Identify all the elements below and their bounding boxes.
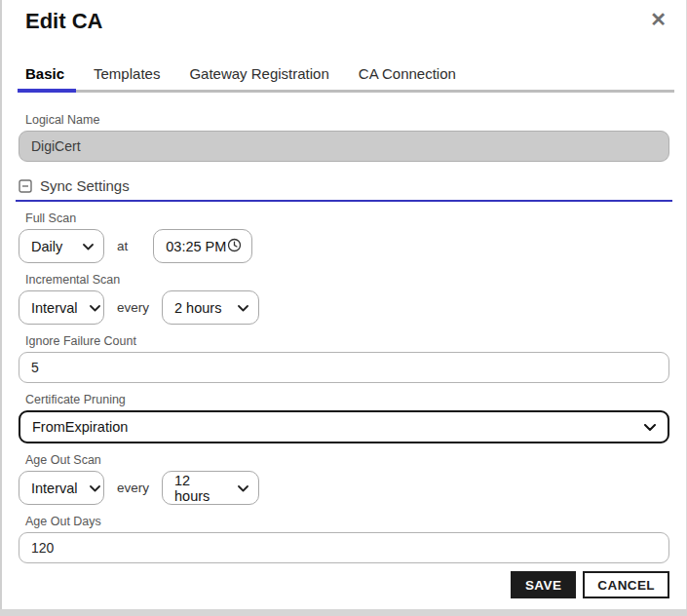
age-out-scan-mode-value: Interval (31, 481, 78, 496)
chevron-down-icon (238, 485, 248, 492)
cancel-button[interactable]: CANCEL (583, 571, 669, 598)
close-icon: ✕ (650, 9, 667, 30)
incremental-scan-interval-value: 2 hours (174, 300, 221, 316)
edit-ca-dialog: Edit CA ✕ Basic Templates Gateway Regist… (0, 0, 687, 609)
dialog-header: Edit CA ✕ (2, 0, 686, 34)
sync-settings-toggle[interactable]: Sync Settings (19, 177, 669, 194)
tab-templates[interactable]: Templates (86, 63, 172, 90)
full-scan-label: Full Scan (25, 212, 663, 226)
full-scan-mode-value: Daily (31, 239, 62, 254)
tab-bar: Basic Templates Gateway Registration CA … (18, 63, 674, 93)
sync-settings-label: Sync Settings (40, 177, 130, 194)
sync-settings-divider (16, 200, 672, 202)
full-scan-time-input[interactable]: 03:25 PM (153, 229, 252, 263)
full-scan-mode-select[interactable]: Daily (19, 229, 104, 263)
age-out-scan-interval-value: 12 hours (174, 473, 226, 504)
logical-name-label: Logical Name (25, 113, 663, 128)
ignore-failure-count-field[interactable] (19, 352, 669, 383)
logical-name-field (19, 131, 669, 162)
certificate-pruning-value: FromExpiration (32, 419, 128, 435)
dialog-title: Edit CA (25, 8, 663, 34)
incremental-scan-mode-select[interactable]: Interval (19, 290, 104, 325)
age-out-scan-row: Interval every 12 hours (19, 471, 669, 505)
chevron-down-icon (83, 244, 94, 250)
age-out-scan-label: Age Out Scan (25, 453, 663, 468)
age-out-scan-mode-select[interactable]: Interval (19, 471, 104, 505)
incremental-scan-interval-select[interactable]: 2 hours (162, 290, 259, 325)
clock-icon[interactable] (227, 238, 242, 255)
full-scan-time-value: 03:25 PM (166, 239, 226, 254)
incremental-scan-mode-value: Interval (31, 300, 78, 316)
age-out-days-field[interactable] (19, 532, 669, 563)
dialog-body: Logical Name Sync Settings Full Scan Dai… (2, 113, 686, 563)
full-scan-row: Daily at 03:25 PM (19, 229, 669, 263)
dialog-footer: SAVE CANCEL (511, 571, 669, 598)
minus-square-icon (19, 179, 32, 193)
age-out-scan-connector: every (117, 481, 149, 495)
save-button[interactable]: SAVE (511, 571, 576, 598)
certificate-pruning-select[interactable]: FromExpiration (19, 410, 669, 443)
chevron-down-icon (238, 305, 248, 312)
incremental-scan-label: Incremental Scan (25, 273, 663, 288)
chevron-down-icon (644, 419, 656, 435)
close-button[interactable]: ✕ (646, 6, 670, 33)
incremental-scan-row: Interval every 2 hours (19, 290, 669, 325)
chevron-down-icon (90, 485, 100, 492)
tab-gateway-registration[interactable]: Gateway Registration (181, 63, 340, 90)
chevron-down-icon (90, 305, 100, 312)
tab-basic[interactable]: Basic (18, 63, 76, 93)
age-out-scan-interval-select[interactable]: 12 hours (162, 471, 259, 505)
full-scan-connector: at (117, 239, 128, 253)
tab-ca-connection[interactable]: CA Connection (351, 63, 468, 90)
incremental-scan-connector: every (117, 300, 149, 315)
certificate-pruning-label: Certificate Pruning (25, 393, 663, 407)
ignore-failure-count-label: Ignore Failure Count (25, 334, 663, 349)
age-out-days-label: Age Out Days (25, 515, 663, 529)
